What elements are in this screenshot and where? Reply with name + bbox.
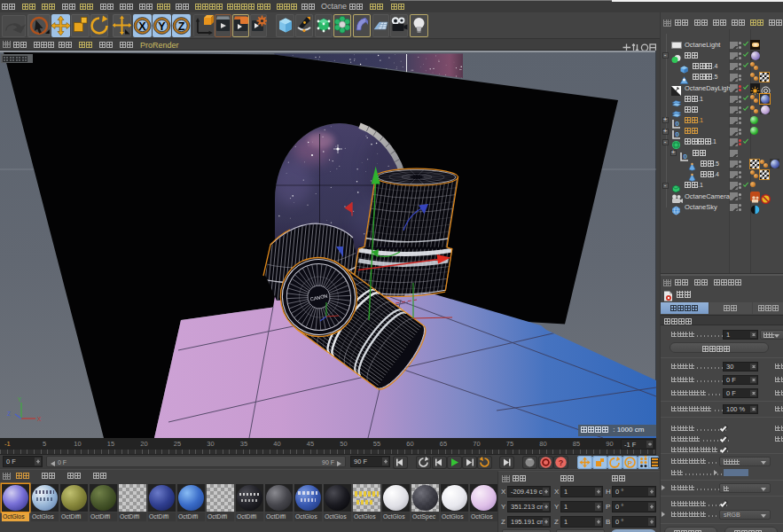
svg-text:Y: Y: [158, 20, 166, 33]
svg-text:X: X: [37, 416, 42, 422]
svg-text:P: P: [628, 458, 633, 466]
svg-text:?: ?: [559, 458, 564, 467]
svg-text:Z: Z: [178, 20, 185, 33]
svg-text:Y: Y: [18, 396, 22, 403]
svg-text:X: X: [138, 20, 146, 33]
svg-text:Z: Z: [7, 411, 11, 417]
